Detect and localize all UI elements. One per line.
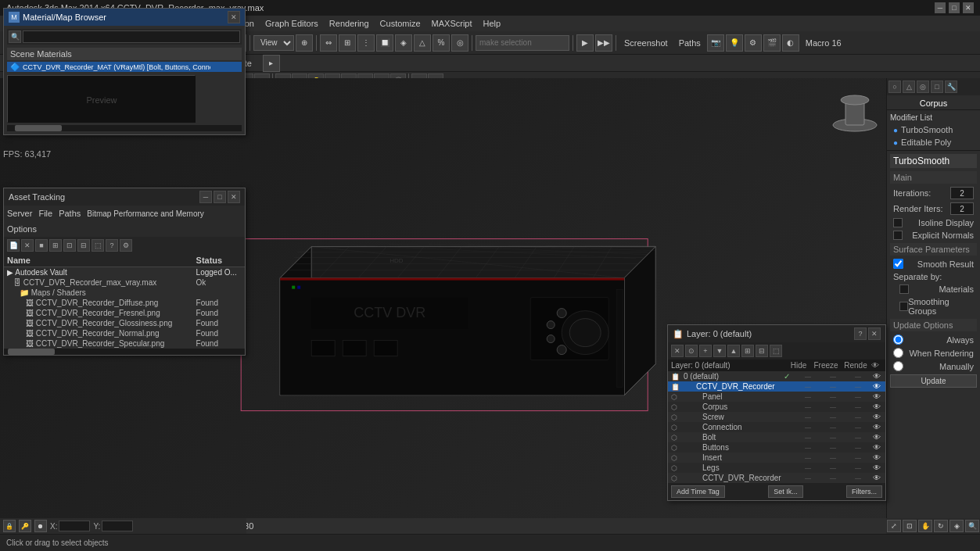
menu-customize[interactable]: Customize	[375, 17, 425, 30]
layer-row-panel[interactable]: ⬡ Panel — — — 👁	[668, 392, 885, 402]
active-shade-button[interactable]: ◐	[782, 34, 799, 52]
render-setup-button[interactable]: ⚙	[745, 34, 762, 52]
mirror-button[interactable]: ⇔	[320, 34, 337, 52]
at-ico3[interactable]: ■	[35, 239, 48, 252]
layer-row-insert[interactable]: ⬡ Insert — — — 👁	[668, 453, 885, 463]
at-row-normal[interactable]: 🖼 CCTV_DVR_Recorder_Normal.png Found	[4, 328, 245, 338]
mat-scene-material-item[interactable]: 🔷 CCTV_DVR_Recorder_MAT (VRayMtl) [Bolt,…	[7, 62, 242, 72]
layers-ico1[interactable]: ✕	[671, 345, 684, 357]
layers-ico3[interactable]: +	[699, 345, 712, 357]
align-button[interactable]: ⊞	[339, 34, 356, 52]
at-ico2[interactable]: ✕	[21, 239, 34, 252]
mat-browser-close-button[interactable]: ✕	[228, 11, 240, 23]
at-ico8[interactable]: ?	[106, 239, 118, 252]
mat-scrollbar[interactable]	[7, 125, 242, 131]
close-button[interactable]: ✕	[963, 2, 974, 13]
layer-row-default[interactable]: 📋 0 (default) ✓ — — — 👁	[668, 371, 885, 381]
menu-graph-editors[interactable]: Graph Editors	[260, 17, 323, 30]
at-ico9[interactable]: ⚙	[120, 239, 132, 252]
menu-rendering[interactable]: Rendering	[325, 17, 374, 30]
menu-help[interactable]: Help	[479, 17, 506, 30]
layers-ico6[interactable]: ⊞	[741, 345, 754, 357]
nav-field-of-view[interactable]: ◈	[949, 520, 964, 532]
nav-pan[interactable]: ✋	[918, 520, 932, 532]
at-close-button[interactable]: ✕	[228, 191, 240, 203]
at-scrollbar[interactable]	[4, 349, 245, 355]
at-maximize-button[interactable]: □	[214, 191, 226, 203]
layers-ico5[interactable]: ▲	[727, 345, 740, 357]
coord-x-input[interactable]	[59, 521, 90, 531]
layers-filters-button[interactable]: Filters...	[846, 485, 882, 498]
menu-maxscript[interactable]: MAXScript	[427, 17, 477, 30]
nav-zoom-extents[interactable]: ⤢	[887, 520, 901, 532]
paths-button[interactable]: Paths	[674, 37, 705, 49]
ts-update-button[interactable]: Update	[890, 374, 977, 388]
ts-smoothing-groups-checkbox[interactable]	[899, 302, 908, 311]
at-minimize-button[interactable]: ─	[199, 191, 212, 203]
snap3d-button[interactable]: ◈	[395, 34, 412, 52]
ts-when-rendering-radio[interactable]	[893, 348, 903, 358]
ts-always-radio[interactable]	[893, 335, 903, 345]
layer-row-buttons[interactable]: ⬡ Buttons — — — 👁	[668, 442, 885, 453]
at-scrollbar-thumb[interactable]	[8, 349, 55, 355]
coord-key-button[interactable]: 🔑	[19, 520, 31, 532]
ts-manually-radio[interactable]	[893, 361, 903, 371]
layer-row-corpus[interactable]: ⬡ Corpus — — — 👁	[668, 402, 885, 412]
layer-row-bolt[interactable]: ⬡ Bolt — — — 👁	[668, 432, 885, 442]
play-button[interactable]: ▶	[576, 34, 594, 52]
nav-zoom[interactable]: 🔍	[965, 520, 979, 532]
at-row-fresnel[interactable]: 🖼 CCTV_DVR_Recorder_Fresnel.png Found	[4, 308, 245, 318]
layer-row-cctv[interactable]: 📋 CCTV_DVR_Recorder — — — 👁	[668, 381, 885, 392]
layers-ico2[interactable]: ⊙	[685, 345, 698, 357]
nav-zoom-region[interactable]: ⊡	[903, 520, 917, 532]
ts-render-iters-input[interactable]	[950, 202, 974, 215]
camera-button[interactable]: 📷	[707, 34, 724, 52]
at-row-specular[interactable]: 🖼 CCTV_DVR_Recorder_Specular.png Found	[4, 338, 245, 349]
ts-explicit-normals-checkbox[interactable]	[893, 231, 903, 240]
at-ico1[interactable]: 📄	[7, 239, 20, 252]
at-row-diffuse[interactable]: 🖼 CCTV_DVR_Recorder_Diffuse.png Found	[4, 298, 245, 308]
at-row-max[interactable]: 🗄 CCTV_DVR_Recorder_max_vray.max Ok	[4, 277, 245, 288]
rp-display-icon[interactable]: □	[931, 81, 943, 93]
rp-object-icon[interactable]: ○	[888, 81, 901, 93]
at-ico6[interactable]: ⊟	[77, 239, 90, 252]
ts-isoline-checkbox[interactable]	[893, 218, 903, 227]
rp-hierarchy-icon[interactable]: △	[903, 81, 915, 93]
layer-row-cctv2[interactable]: ⬡ CCTV_DVR_Recorder — — — 👁	[668, 473, 885, 483]
mat-search-input[interactable]	[23, 30, 240, 43]
render-button[interactable]: 🎬	[763, 34, 781, 52]
at-options-label[interactable]: Options	[7, 224, 37, 234]
mat-scrollbar-thumb[interactable]	[15, 125, 62, 131]
coord-y-input[interactable]	[102, 521, 133, 531]
at-menu-bitmap[interactable]: Bitmap Performance and Memory	[87, 209, 204, 218]
pivot-button[interactable]: ⊕	[296, 34, 313, 52]
layers-set-ik-button[interactable]: Set Ik...	[768, 485, 803, 498]
light-button[interactable]: 💡	[726, 34, 743, 52]
snap-spinner-button[interactable]: ◎	[451, 34, 468, 52]
macro16-button[interactable]: Macro 16	[801, 37, 846, 49]
at-menu-server[interactable]: Server	[7, 209, 32, 218]
at-ico7[interactable]: ⬚	[92, 239, 104, 252]
layers-help-button[interactable]: ?	[854, 327, 867, 340]
layers-ico7[interactable]: ⊟	[756, 345, 768, 357]
layer-row-connection[interactable]: ⬡ Connection — — — 👁	[668, 422, 885, 432]
ts-materials-checkbox[interactable]	[899, 284, 909, 294]
play-all-button[interactable]: ▶▶	[595, 34, 612, 52]
rp-utilities-icon[interactable]: 🔧	[945, 81, 957, 93]
layers-ico4[interactable]: ▼	[713, 345, 726, 357]
array-button[interactable]: ⋮	[357, 34, 375, 52]
coord-auto-key-button[interactable]: ⏺	[34, 520, 47, 532]
rp-motion-icon[interactable]: ◎	[917, 81, 929, 93]
snap-button[interactable]: 🔲	[376, 34, 393, 52]
minimize-button[interactable]: ─	[935, 2, 946, 13]
mod-turbosmooth[interactable]: ● TurboSmooth	[890, 123, 977, 136]
ts-iterations-input[interactable]	[950, 187, 974, 199]
layers-close-button[interactable]: ✕	[868, 327, 881, 340]
snap-percent-button[interactable]: %	[433, 34, 450, 52]
mod-editable-poly[interactable]: ● Editable Poly	[890, 136, 977, 148]
maximize-button[interactable]: □	[949, 2, 960, 13]
at-ico5[interactable]: ⊡	[63, 239, 76, 252]
layer-row-screw[interactable]: ⬡ Screw — — — 👁	[668, 412, 885, 422]
coord-lock-button[interactable]: 🔒	[3, 520, 16, 532]
snap-angle-button[interactable]: △	[414, 34, 431, 52]
